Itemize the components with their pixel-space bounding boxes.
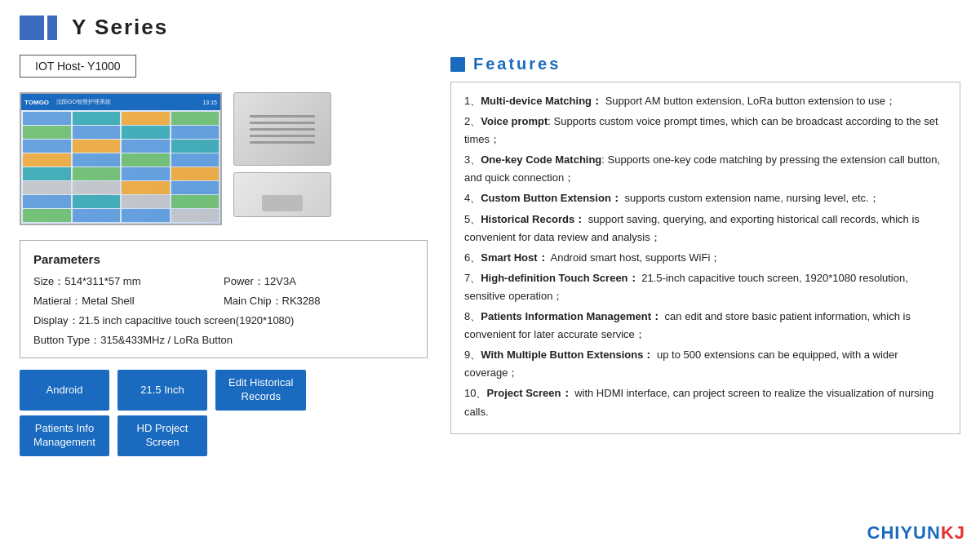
feature-5-bold: Historical Records： xyxy=(481,213,585,225)
feature-1-num: 1、 xyxy=(464,95,481,107)
feature-1-text: Support AM button extension, LoRa button… xyxy=(602,95,896,107)
page-header: Y Series xyxy=(20,15,960,40)
series-title: Y Series xyxy=(72,15,168,40)
feature-4-bold: Custom Button Extension： xyxy=(481,192,622,204)
feature-10: 10、Project Screen： with HDMI interface, … xyxy=(464,384,947,420)
params-material: Matieral：Metal Shell xyxy=(33,294,224,309)
feature-6: 6、Smart Host： Android smart host, suppor… xyxy=(464,249,947,267)
params-row-4: Button Type：315&433MHz / LoRa Button xyxy=(33,333,414,348)
params-button: Button Type：315&433MHz / LoRa Button xyxy=(33,333,414,348)
feature-6-text: Android smart host, supports WiFi； xyxy=(548,251,721,264)
feature-7-bold: High-definition Touch Screen： xyxy=(481,272,638,284)
feature-8-bold: Patients Information Management： xyxy=(481,310,662,322)
features-title: Features xyxy=(473,55,561,73)
brand-chiyun: CHIYUN xyxy=(867,522,941,543)
product-back-top xyxy=(233,92,331,166)
buttons-row-1: Android 21.5 Inch Edit Historical Record… xyxy=(20,370,428,411)
feature-6-num: 6、 xyxy=(464,251,481,264)
feature-4: 4、Custom Button Extension： supports cust… xyxy=(464,189,947,207)
brand-watermark: CHIYUNKJ xyxy=(867,522,965,544)
parameters-box: Parameters Size：514*311*57 mm Power：12V3… xyxy=(20,240,428,358)
series-icon xyxy=(20,16,57,40)
feature-8-num: 8、 xyxy=(464,310,481,322)
parameters-title: Parameters xyxy=(33,252,414,266)
feature-10-num: 10、 xyxy=(464,387,486,399)
params-power: Power：12V3A xyxy=(224,274,414,289)
parameters-grid: Size：514*311*57 mm Power：12V3A Matieral：… xyxy=(33,274,414,348)
features-header: Features xyxy=(450,55,960,73)
hd-project-button[interactable]: HD Project Screen xyxy=(118,415,207,456)
params-row-2: Matieral：Metal Shell Main Chip：RK3288 xyxy=(33,294,414,309)
feature-2: 2、Voice prompt: Supports custom voice pr… xyxy=(464,113,947,149)
params-row-3: Display：21.5 inch capacitive touch scree… xyxy=(33,313,414,328)
feature-7-num: 7、 xyxy=(464,272,481,284)
params-row-1: Size：514*311*57 mm Power：12V3A xyxy=(33,274,414,289)
feature-9-bold: With Multiple Button Extensions： xyxy=(481,349,654,361)
brand-kj: KJ xyxy=(941,522,965,543)
buttons-row-2: Patients Info Management HD Project Scre… xyxy=(20,415,428,456)
feature-5-num: 5、 xyxy=(464,213,481,225)
feature-4-text: supports custom extension name, nursing … xyxy=(622,192,880,204)
left-panel: IOT Host- Y1000 TOMGO 沈阳GO智慧护理系统 13:15 xyxy=(20,55,428,461)
feature-2-bold: Voice prompt xyxy=(481,115,548,127)
product-back-bottom xyxy=(233,172,331,217)
feature-3-num: 3、 xyxy=(464,153,481,166)
features-icon xyxy=(450,57,465,72)
feature-9-num: 9、 xyxy=(464,349,481,361)
patients-info-button[interactable]: Patients Info Management xyxy=(20,415,109,456)
feature-1: 1、Multi-device Matching： Support AM butt… xyxy=(464,92,947,110)
feature-8: 8、Patients Information Management： can e… xyxy=(464,308,947,344)
params-chip: Main Chip：RK3288 xyxy=(224,294,414,309)
edit-historical-button[interactable]: Edit Historical Records xyxy=(215,370,306,411)
feature-7: 7、High-definition Touch Screen： 21.5-inc… xyxy=(464,269,947,305)
feature-9: 9、With Multiple Button Extensions： up to… xyxy=(464,346,947,382)
android-button[interactable]: Android xyxy=(20,370,109,411)
feature-6-bold: Smart Host： xyxy=(481,251,548,264)
inch-button[interactable]: 21.5 Inch xyxy=(118,370,207,411)
main-layout: IOT Host- Y1000 TOMGO 沈阳GO智慧护理系统 13:15 xyxy=(20,55,960,461)
feature-3-bold: One-key Code Matching xyxy=(481,153,601,166)
product-image-front: TOMGO 沈阳GO智慧护理系统 13:15 xyxy=(20,92,222,225)
product-images: TOMGO 沈阳GO智慧护理系统 13:15 xyxy=(20,92,428,225)
params-size: Size：514*311*57 mm xyxy=(33,274,224,289)
product-label: IOT Host- Y1000 xyxy=(20,55,136,78)
feature-4-num: 4、 xyxy=(464,192,481,204)
right-panel: Features 1、Multi-device Matching： Suppor… xyxy=(450,55,960,461)
feature-3: 3、One-key Code Matching: Supports one-ke… xyxy=(464,151,947,187)
params-display: Display：21.5 inch capacitive touch scree… xyxy=(33,313,414,328)
feature-5: 5、Historical Records： support saving, qu… xyxy=(464,211,947,246)
product-image-back xyxy=(233,92,331,217)
features-box: 1、Multi-device Matching： Support AM butt… xyxy=(450,82,960,434)
feature-2-num: 2、 xyxy=(464,115,481,127)
feature-10-bold: Project Screen： xyxy=(486,387,571,399)
feature-1-bold: Multi-device Matching： xyxy=(481,95,602,107)
